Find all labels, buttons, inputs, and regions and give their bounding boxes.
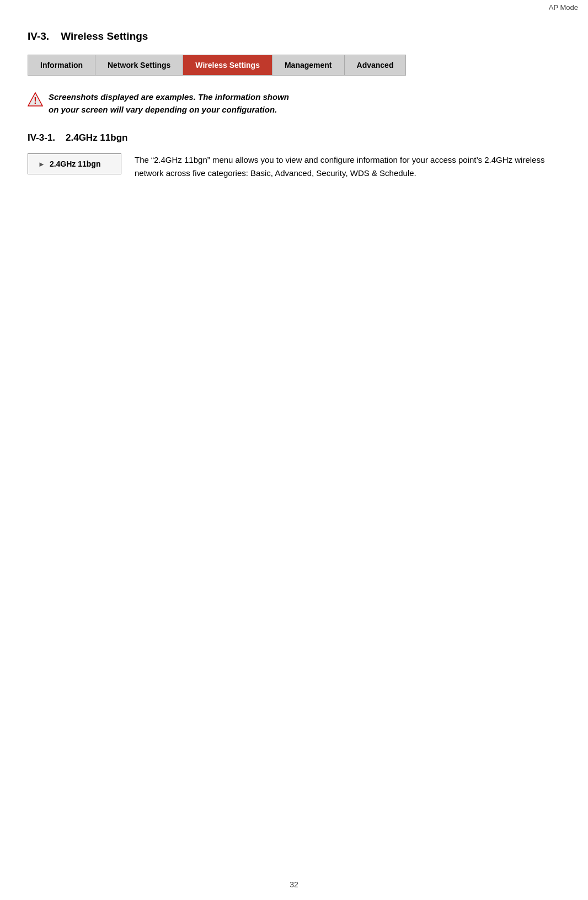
page-mode-label: AP Mode [0, 0, 588, 14]
svg-text:!: ! [34, 96, 36, 105]
nav-item-network-settings[interactable]: Network Settings [95, 55, 183, 75]
subsection-title: IV-3-1. 2.4GHz 11bgn [28, 132, 560, 143]
navigation-bar: InformationNetwork SettingsWireless Sett… [28, 55, 406, 76]
arrow-icon: ► [38, 160, 45, 168]
subsection-content: ► 2.4GHz 11bgn The “2.4GHz 11bgn” menu a… [28, 153, 560, 180]
notice-box: ! Screenshots displayed are examples. Th… [28, 91, 560, 116]
section-title: IV-3. Wireless Settings [28, 30, 560, 42]
nav-item-information[interactable]: Information [28, 55, 95, 75]
nav-item-management[interactable]: Management [272, 55, 345, 75]
nav-item-wireless-settings[interactable]: Wireless Settings [183, 55, 272, 75]
menu-button-24ghz[interactable]: ► 2.4GHz 11bgn [28, 153, 121, 174]
warning-icon: ! [28, 92, 43, 107]
page-footer: 32 [0, 880, 588, 889]
notice-text: Screenshots displayed are examples. The … [49, 91, 289, 116]
nav-item-advanced[interactable]: Advanced [345, 55, 406, 75]
subsection-description: The “2.4GHz 11bgn” menu allows you to vi… [135, 153, 560, 180]
